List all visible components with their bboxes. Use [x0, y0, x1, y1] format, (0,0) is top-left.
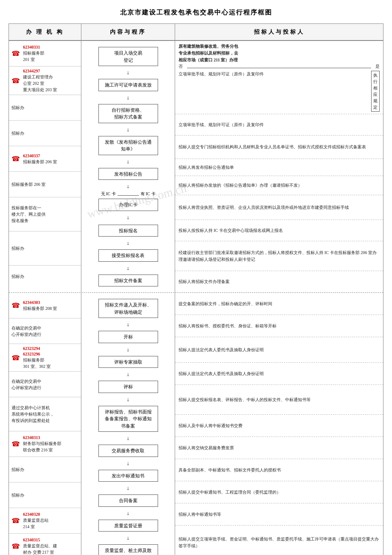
right-s2-item-9: 招标人提交中标通知书、工程监理合同（委托监理的） [175, 481, 383, 503]
left-item-6: 招标服务部 206 室 [9, 172, 81, 197]
flow-box-s2-3: 评标专家抽取 [98, 356, 158, 368]
flow-box-8: 接受投标报名表 [98, 249, 158, 262]
flow-box-s2-5: 评标报告、招标书面报备备案报告、中标通知书备案 [98, 406, 158, 432]
phone-num-s2-1: 62344303 [23, 300, 40, 305]
flow-box-s2-1: 招标文件递入及开标、评标场地确定 [98, 299, 158, 318]
yes-label: 是 [375, 64, 380, 69]
dept-7: 投标服务部在一楼大厅、网上提供报名服务 [12, 205, 46, 224]
phone-icon-s2-3: ☎ [12, 354, 20, 362]
right-s2-item-3: 招标人提法定代表人委托书及抽取人身份证明 [175, 337, 383, 363]
arrow-s2-7: ↓ [127, 485, 130, 491]
left-s2-item-3: ☎ 62323294 62323296 招标服务部301 室、302 室 [9, 344, 81, 372]
flow-box-s2-6: 交易服务费收取 [98, 445, 158, 457]
dept-s2-2: 在确定的交易中心开标室内进行 [12, 325, 41, 338]
phone-num-s2-3a: 62323294 [23, 346, 40, 351]
right-s2-item-11: 招标人提交立项审批手续、资金证明、中标通知书、质监委托手续、施工许可申请表（重点… [175, 526, 383, 555]
arrow-2: ↓ [127, 94, 130, 101]
left-item-4: 招标办 [9, 121, 81, 146]
left-s2-item-4: 在确定的交易中心评标室内进行 [9, 372, 81, 397]
left-s2-item-1: ☎ 62344303 招标服务部 208 室 [9, 293, 81, 318]
phone-num-s2-9: 62340320 [23, 512, 40, 517]
phone-icon-1: ☎ [12, 49, 20, 58]
flow-box-9: 招标文件备案 [98, 275, 158, 287]
arrow-s2-8: ↓ [127, 510, 130, 517]
dept-s2-10: 质量监督总站、建材办 交费 217 室 [23, 543, 57, 555]
right-s2-item-8: 具备全部副本、中标通知书、招标文件委托人的授权书 [175, 459, 383, 481]
flow-box-s2-8: 合同备案 [98, 494, 158, 507]
flow-box-s2-4: 评标 [98, 381, 158, 393]
left-item-7: 投标服务部在一楼大厅、网上提供报名服务 [9, 197, 81, 231]
dept-5: 招标服务部 206 室 [23, 159, 57, 165]
phone-icon-5: ☎ [12, 155, 20, 163]
dept-9: 招标办 [12, 273, 24, 280]
right-item-1: 原有建筑物装修改造、劳务分包专业承包招标以及材料招标，去相应市场（或窗口 211… [175, 41, 383, 114]
right-s2-item-10: 招标人将中标通知书等 [175, 503, 383, 526]
col-header-right: 招标人与投标人 [175, 24, 383, 40]
phone-num-2: 62344297 [23, 68, 40, 74]
flow-box-4: 发散《发布招标公告通知单》 [98, 136, 158, 155]
right-item-9: 招标人将招标文件办理备案 [175, 271, 383, 292]
flow-box-7: 投标报名 [98, 225, 158, 237]
phone-num-s2-3b: 62323296 [23, 351, 40, 357]
arrow-1: ↓ [127, 69, 130, 76]
dept-s2-8: 招标办 [12, 492, 24, 498]
arrow-s2-3: ↓ [127, 371, 130, 378]
right-item-7: 投标人按投标人持 IC 卡在交易中心现场报名或网上报名 [175, 220, 383, 241]
dept-s2-5: 通过交易中心计算机系统将中标结果公示，有投诉的到监察处处 [12, 405, 54, 424]
left-item-3: 招标办 [9, 95, 81, 121]
arrow-s2-1: ↓ [127, 321, 130, 328]
right-item-8: 经建设行政主管部门批准采取邀请招标方式的，招标人将授权文件、投标人持 IC 卡在… [175, 241, 383, 271]
phone-num-s2-6: 62340313 [23, 435, 40, 440]
arrow-s2-6: ↓ [127, 460, 130, 467]
flow-box-2: 施工许可证申请表发放 [98, 79, 158, 91]
right-item-3: 招标人提交专门招标组织机构和人员材料及专业人员名单证书、招标方式授权文件或招标方… [175, 136, 383, 159]
right-yes-content: 立项审批手续、规划许可证（原件）及复印件 [179, 71, 368, 77]
ic-no-label: 无 IC 卡 [101, 191, 116, 197]
right-s2-item-2: 招标人将投标书、授权委托书、身份证、标箱等开标 [175, 315, 383, 337]
flow-box-1: 项目入场交易登记 [98, 47, 158, 66]
dept-1: 招标服务部201 室 [23, 50, 44, 63]
left-s2-item-8: 招标办 [9, 483, 81, 508]
right-s2-item-5: 招标人提交投标报名表、评标报告、中标人的投标文件、中标通知书等 [175, 385, 383, 415]
dept-4: 招标办 [12, 130, 24, 136]
arrow-s2-5: ↓ [127, 435, 130, 442]
left-item-2: ☎ 62344297 建设工程管理办公室 202 室重大项目处 203 室 [9, 66, 81, 95]
page-title: 北京市建设工程发包承包交易中心运行程序框图 [4, 9, 388, 17]
arrow-ic: ↓ [127, 214, 130, 221]
left-item-9: 招标办 [9, 266, 81, 287]
right-item-5: 招标人将招标办发放的《招标公告通知单》办理（邀请招标不发） [175, 176, 383, 195]
arrow-s2-2: ↓ [127, 346, 130, 353]
flow-box-s2-10: 质量监督、桩土师及散浆水泥联合收费 [98, 544, 158, 555]
flow-box-3: 自行招标资格、招标方式备案 [98, 104, 158, 123]
phone-num-1: 62340331 [23, 44, 40, 50]
arrow-3: ↓ [127, 126, 130, 133]
right-item-4: 招标人将发布招标公告通知单 [175, 159, 383, 176]
left-s2-item-5: 通过交易中心计算机系统将中标结果公示，有投诉的到监察处处 [9, 397, 81, 431]
phone-icon-s2-9: ☎ [12, 517, 20, 525]
flow-box-ic: 办理IC卡 [98, 199, 158, 211]
dept-s2-3: 招标服务部301 室、302 室 [23, 357, 51, 370]
right-s2-item-4: 招标人提法定代表人委托书及抽取人身份证明 [175, 363, 383, 385]
col-header-mid: 内容与程序 [81, 24, 175, 40]
no-label: 否 [179, 64, 183, 69]
right-s2-item-6: 招标人及中标人将中标通知书交费 [175, 415, 383, 437]
right-item-2: 立项审批手续、规划许可证（原件）及复印件 [175, 114, 383, 136]
left-s2-item-6: ☎ 62340313 财务部与招标服务部联合收费 216 室 [9, 431, 81, 457]
flow-box-5: 发布招标公告 [98, 168, 158, 180]
left-s2-item-7: 招标办 [9, 457, 81, 483]
left-s2-item-9: ☎ 62340320 质量监督总站214 室 [9, 508, 81, 534]
arrow-5: ↓ [127, 183, 130, 190]
left-item-1: ☎ 62340331 招标服务部201 室 [9, 41, 81, 66]
dept-s2-4: 在确定的交易中心评标室内进行 [12, 378, 41, 391]
flow-box-s2-2: 开标 [98, 331, 158, 343]
dept-3: 招标办 [12, 104, 24, 111]
phone-icon-s2-10: ☎ [12, 542, 20, 550]
arrow-s2-9: ↓ [127, 535, 130, 541]
right-item-6: 投标人将营业执照、资质证明、企业人员状况资料以及境外或外地进京市建委同意招标手续 [175, 195, 383, 220]
dept-s2-1: 招标服务部 208 室 [23, 305, 57, 312]
phone-icon-2: ☎ [12, 77, 20, 85]
dept-s2-9: 质量监督总站214 室 [23, 517, 49, 530]
dept-6: 招标服务部 206 室 [12, 181, 46, 188]
left-s2-item-10: ☎ 62340315 质量监督总站、建材办 交费 217 室 [9, 534, 81, 555]
col-header-left: 办 理 机 构 [9, 24, 81, 40]
